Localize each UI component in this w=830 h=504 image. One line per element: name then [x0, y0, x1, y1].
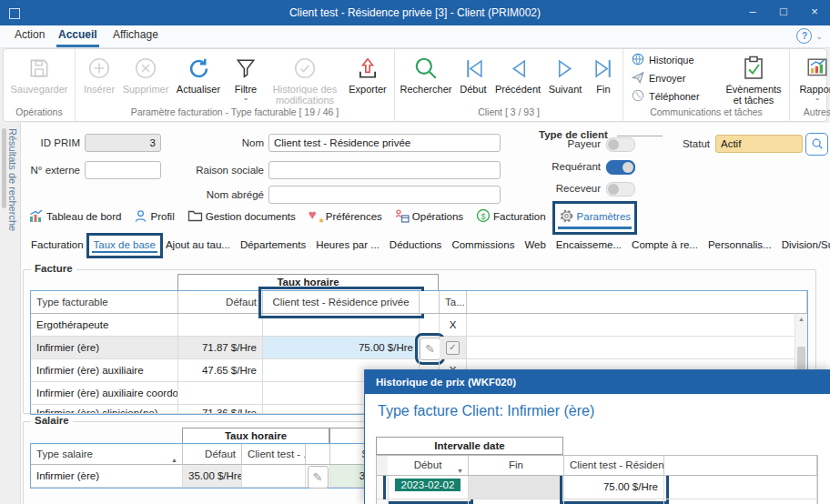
receveur-toggle[interactable]: [606, 182, 635, 197]
insert-button[interactable]: Insérer: [78, 50, 120, 106]
col-header-client-test[interactable]: Client test - Résidence...: [564, 456, 664, 476]
pencil-icon: ✎: [425, 342, 435, 356]
table-row-cell[interactable]: Infirmier (ère) auxiliaire: [31, 359, 178, 382]
events-tasks-button[interactable]: Évènements et tâches: [721, 50, 786, 106]
first-record-button[interactable]: Début: [454, 50, 492, 106]
refresh-button[interactable]: Actualiser: [171, 50, 226, 106]
col-header-defaut[interactable]: Défaut: [183, 444, 242, 465]
table-row-cell[interactable]: Infirmier (ère) clinicien(ne): [31, 405, 178, 414]
taux-horaire-span-header: Taux horaire: [182, 428, 329, 444]
circle-plus-icon: [87, 53, 111, 84]
subtab-commissions[interactable]: Commissions: [450, 238, 516, 253]
checked-checkbox-icon[interactable]: ✓: [446, 341, 460, 355]
pencil-icon: ✎: [313, 470, 323, 484]
filter-icon: [234, 53, 258, 84]
col-header-ta[interactable]: Ta...: [440, 291, 467, 314]
payeur-toggle[interactable]: [606, 137, 635, 152]
minimize-button[interactable]: –: [737, 0, 768, 25]
tab-parametres[interactable]: Paramètres: [558, 207, 632, 229]
debut-date-cell[interactable]: 2023-02-02: [388, 476, 469, 499]
selected-date[interactable]: 2023-02-02: [395, 479, 461, 491]
tab-tableau-de-bord[interactable]: Tableau de bord: [27, 207, 122, 228]
dialog-title-bar[interactable]: Historique de prix (WKF020): [365, 370, 830, 394]
menu-action[interactable]: Action: [13, 25, 46, 45]
edit-rate-button[interactable]: ✎: [420, 338, 440, 360]
col-header-defaut[interactable]: Défaut: [178, 291, 263, 314]
tab-gestion-documents[interactable]: Gestion documents: [187, 207, 297, 227]
sort-asc-icon[interactable]: ▲: [171, 450, 177, 465]
search-results-panel-tab[interactable]: Résultats de recherche: [0, 123, 21, 504]
price-history-dialog: Historique de prix (WKF020) Type facture…: [364, 369, 830, 504]
menu-accueil[interactable]: Accueil: [56, 25, 99, 47]
table-row-cell[interactable]: Infirmier (ère): [31, 337, 178, 359]
subtab-ajout-au-taux[interactable]: Ajout au tau...: [164, 238, 232, 253]
col-header-client-test[interactable]: Client test - ...: [242, 444, 306, 465]
table-row-cell[interactable]: Infirmier (ère): [31, 465, 183, 488]
subtab-personnalisation[interactable]: Personnalis...: [706, 238, 774, 253]
save-icon: [27, 53, 51, 84]
tab-operations[interactable]: Opérations: [394, 207, 464, 228]
col-header-debut[interactable]: Début▼: [388, 456, 469, 476]
client-rate-cell[interactable]: 75.00 $/Hre: [564, 476, 664, 499]
search-button[interactable]: Rechercher: [398, 50, 454, 106]
go-first-icon: [461, 53, 486, 84]
delete-button[interactable]: Supprimer: [120, 50, 171, 106]
statut-field[interactable]: [715, 135, 803, 153]
history-button[interactable]: Historique: [632, 53, 715, 67]
scroll-up-icon[interactable]: ▲: [795, 314, 807, 325]
history-modifications-button[interactable]: Historique des modifications: [266, 50, 344, 106]
filter-arrow-icon[interactable]: ▼: [457, 461, 463, 476]
phone-button[interactable]: Téléphoner: [632, 89, 715, 104]
edit-salary-button[interactable]: ✎: [308, 466, 329, 489]
subtab-deductions[interactable]: Déductions: [388, 238, 444, 253]
col-header-type-salaire[interactable]: Type salaire▲: [31, 444, 183, 465]
tab-facturation[interactable]: $ Facturation: [475, 207, 547, 228]
tab-preferences[interactable]: ♥ ★ Préférences: [308, 207, 383, 227]
col-header-client-test[interactable]: Client test - Résidence privée: [263, 291, 420, 314]
nom-field[interactable]: [268, 134, 501, 152]
ribbon-group-label: Paramètre facturation - Type facturable …: [76, 106, 394, 121]
subtab-encaissement[interactable]: Encaisseme...: [554, 238, 623, 253]
col-header-fin[interactable]: Fin: [469, 456, 564, 476]
subtab-web[interactable]: Web: [522, 238, 547, 253]
go-last-icon: [592, 53, 616, 84]
requerant-label: Requérant: [510, 161, 601, 172]
subtab-compte-a-recevoir[interactable]: Compte à re...: [630, 238, 700, 253]
fin-date-cell[interactable]: [469, 476, 564, 499]
maximize-button[interactable]: □: [768, 0, 799, 25]
go-previous-icon: [506, 53, 531, 84]
subtab-facturation[interactable]: Facturation: [29, 238, 86, 253]
previous-record-button[interactable]: Précédent: [492, 50, 543, 106]
col-header-type-facturable[interactable]: Type facturable: [31, 291, 178, 314]
send-button[interactable]: Envoyer: [632, 71, 715, 86]
filter-button[interactable]: Filtre ⌄: [226, 50, 266, 106]
subtab-heures-par[interactable]: Heures par ...: [314, 238, 381, 253]
subtab-division-succursale[interactable]: Division/Suc...: [780, 238, 830, 253]
subtab-taux-de-base[interactable]: Taux de base: [92, 238, 157, 253]
report-button[interactable]: Rapport ⌄: [793, 50, 830, 106]
table-row-cell[interactable]: Ergothérapeute: [31, 314, 178, 337]
no-externe-field[interactable]: [85, 161, 161, 179]
paper-plane-icon: [632, 71, 644, 86]
save-button[interactable]: Sauvegarder: [6, 50, 72, 106]
next-record-button[interactable]: Suivant: [543, 50, 587, 106]
last-record-button[interactable]: Fin: [587, 50, 620, 106]
close-button[interactable]: ×: [799, 0, 830, 25]
help-icon[interactable]: ?: [796, 28, 812, 44]
search-results-label: Résultats de recherche: [7, 128, 18, 231]
statut-lookup-button[interactable]: [805, 133, 828, 156]
menu-affichage[interactable]: Affichage: [111, 25, 160, 45]
salaire-grid: Type salaire▲ Défaut Client test - ... $…: [30, 443, 400, 489]
subtab-departements[interactable]: Départements: [238, 238, 308, 253]
raison-sociale-field[interactable]: [268, 161, 501, 179]
table-row-cell[interactable]: Infirmier (ère) auxiliaire coordon...: [31, 382, 178, 405]
tab-profil[interactable]: Profil: [133, 207, 175, 228]
col-header-edit: [420, 291, 440, 314]
requerant-toggle[interactable]: [606, 160, 635, 175]
chevron-down-icon[interactable]: ⌄: [815, 32, 823, 41]
nom-abrege-field[interactable]: [268, 186, 501, 204]
price-history-table: Intervalle date Début▼ Fin Client test -…: [376, 437, 818, 500]
panel-handle[interactable]: [2, 128, 6, 208]
main-tabs: Tableau de bord Profil Gestion documents…: [27, 204, 632, 231]
export-button[interactable]: Exporter: [344, 50, 391, 106]
